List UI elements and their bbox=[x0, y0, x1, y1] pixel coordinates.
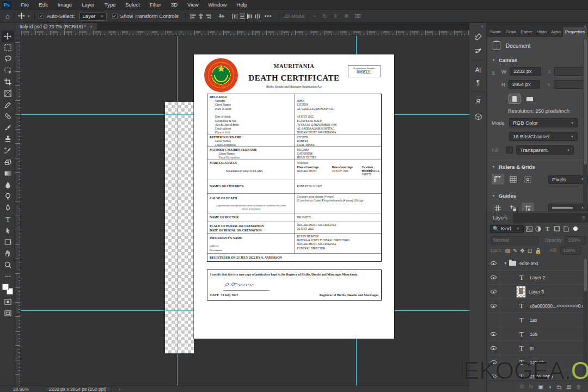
properties-scrollbar[interactable] bbox=[583, 38, 587, 210]
auto-select-checkbox[interactable]: ✓ bbox=[39, 14, 44, 19]
lasso-tool[interactable] bbox=[2, 53, 14, 65]
group-caret-icon[interactable]: ▼ bbox=[504, 261, 507, 265]
guides-snap-icon[interactable] bbox=[522, 203, 534, 211]
layer-row[interactable]: TLayer 2 bbox=[487, 271, 588, 285]
rulers-grids-header[interactable]: ▼Rulers & Grids bbox=[487, 160, 588, 173]
new-layer-icon[interactable]: ⊞ bbox=[567, 384, 571, 390]
object-selection-tool[interactable] bbox=[2, 65, 14, 76]
more-options-icon[interactable]: ••• bbox=[265, 13, 272, 19]
path-selection-tool[interactable] bbox=[2, 225, 14, 236]
filter-shape-icon[interactable] bbox=[553, 225, 561, 233]
eyedropper-tool[interactable] bbox=[2, 99, 14, 111]
new-adjustment-icon[interactable]: ◑ bbox=[548, 384, 552, 390]
lock-artboard-icon[interactable]: ⊡ bbox=[528, 248, 532, 254]
lock-guides-icon[interactable] bbox=[506, 203, 519, 211]
new-group-icon[interactable]: 🗀 bbox=[556, 384, 562, 390]
brush-settings-icon[interactable] bbox=[471, 30, 485, 44]
align-right-icon[interactable] bbox=[205, 13, 212, 20]
tool-presets-icon[interactable] bbox=[471, 45, 485, 58]
pixel-grid-icon[interactable] bbox=[522, 174, 534, 185]
guide-horizontal-2-left[interactable] bbox=[21, 310, 194, 311]
horizontal-ruler[interactable]: 2200200018001600140012001000800600400200… bbox=[21, 30, 469, 36]
menu-image[interactable]: Image bbox=[53, 0, 77, 10]
align-left-icon[interactable] bbox=[189, 13, 197, 20]
vertical-ruler[interactable]: 1000800600400200020040060080010001200140… bbox=[15, 36, 21, 385]
layer-name[interactable]: 169 bbox=[530, 332, 537, 337]
layers-menu-icon[interactable]: ≡ bbox=[582, 215, 585, 221]
screen-mode-icon[interactable] bbox=[2, 308, 14, 319]
menu-edit[interactable]: Edit bbox=[34, 0, 52, 10]
lock-paint-icon[interactable]: ✎ bbox=[513, 248, 517, 254]
canvas-section-header[interactable]: ▼Canvas bbox=[487, 53, 588, 66]
add-mask-icon[interactable]: ▣ bbox=[538, 384, 543, 390]
libraries-panel-icon[interactable] bbox=[471, 110, 485, 123]
gradient-tool[interactable] bbox=[2, 168, 14, 179]
layer-name[interactable]: Layer 2 bbox=[530, 275, 545, 280]
visibility-toggle[interactable] bbox=[487, 341, 500, 356]
visibility-toggle[interactable] bbox=[487, 285, 500, 299]
dock-expand-icon[interactable]: » bbox=[481, 24, 483, 29]
guide-horizontal-1-right[interactable] bbox=[394, 114, 469, 115]
clone-stamp-tool[interactable] bbox=[2, 133, 14, 145]
tab-properties[interactable]: Properties bbox=[563, 27, 587, 37]
document-tab[interactable]: Italy id.psd @ 20.7% (RGB/16) * × bbox=[15, 23, 97, 30]
edit-toolbar[interactable] bbox=[2, 271, 14, 282]
move-tool[interactable] bbox=[2, 30, 14, 42]
type-tool[interactable]: T bbox=[2, 213, 14, 225]
units-dropdown[interactable]: Pixels▼ bbox=[548, 175, 588, 184]
menu-file[interactable]: File bbox=[16, 0, 34, 10]
layer-row[interactable]: ▼edite text bbox=[487, 256, 588, 271]
filter-smartobject-icon[interactable] bbox=[562, 225, 570, 233]
status-chevron-icon[interactable]: › bbox=[119, 387, 120, 392]
mode-dropdown[interactable]: RGB Color▼ bbox=[509, 118, 578, 127]
guides-header[interactable]: ▼Guides bbox=[487, 189, 588, 201]
filter-adjustment-icon[interactable] bbox=[534, 225, 542, 233]
pen-tool[interactable] bbox=[2, 202, 14, 213]
marquee-tool[interactable] bbox=[2, 42, 14, 53]
guide-horizontal-1-left[interactable] bbox=[21, 114, 194, 115]
blur-tool[interactable] bbox=[2, 179, 14, 191]
guide-vertical-2-bottom[interactable] bbox=[356, 339, 357, 385]
distribute-left-icon[interactable] bbox=[246, 13, 254, 20]
auto-select-target-dropdown[interactable]: Layer▼ bbox=[79, 12, 107, 21]
tab-history[interactable]: Histo bbox=[535, 27, 549, 37]
layer-name[interactable]: c8a000000...<<<<<<<<0 d bbox=[530, 303, 585, 309]
layer-row[interactable]: Layer 3 bbox=[487, 285, 588, 299]
layer-name[interactable]: m bbox=[530, 346, 534, 351]
menu-help[interactable]: Help bbox=[231, 0, 252, 10]
crop-tool[interactable] bbox=[2, 76, 14, 88]
layer-row[interactable]: T169 bbox=[487, 327, 588, 341]
menu-select[interactable]: Select bbox=[120, 0, 144, 10]
brush-tool[interactable] bbox=[2, 122, 14, 133]
width-field[interactable]: 2232 px bbox=[510, 67, 541, 76]
link-dimensions-icon[interactable]: ⧖ bbox=[492, 70, 498, 84]
frame-tool[interactable] bbox=[2, 88, 14, 99]
visibility-toggle[interactable] bbox=[487, 256, 500, 271]
layer-name[interactable]: edite text bbox=[519, 261, 538, 266]
menu-view[interactable]: View bbox=[182, 0, 203, 10]
character-panel-icon[interactable]: A| bbox=[471, 63, 485, 76]
layer-name[interactable]: Layer 3 bbox=[529, 289, 544, 295]
shape-tool[interactable] bbox=[2, 236, 14, 248]
height-field[interactable]: 2854 px bbox=[509, 80, 540, 89]
zoom-tool[interactable] bbox=[2, 259, 14, 271]
photoshop-logo[interactable]: Ps bbox=[2, 1, 11, 9]
distribute-h-icon[interactable] bbox=[231, 13, 238, 20]
color-swatches[interactable] bbox=[2, 284, 13, 295]
tab-close-icon[interactable]: × bbox=[90, 24, 93, 29]
lock-move-icon[interactable]: ✥ bbox=[520, 248, 524, 254]
fill-swatch[interactable] bbox=[506, 146, 513, 154]
align-top-icon[interactable] bbox=[218, 13, 225, 20]
distribute-v-icon[interactable] bbox=[238, 13, 246, 20]
visibility-toggle[interactable] bbox=[487, 313, 500, 327]
filter-toggle[interactable] bbox=[573, 226, 578, 231]
history-brush-tool[interactable] bbox=[2, 145, 14, 156]
layer-name[interactable]: 1ax bbox=[530, 317, 537, 323]
guide-vertical-1[interactable] bbox=[177, 36, 177, 385]
filter-image-icon[interactable] bbox=[525, 225, 533, 233]
tab-patterns[interactable]: Patter bbox=[518, 27, 534, 37]
layer-row[interactable]: Tm bbox=[487, 341, 588, 356]
menu-filter[interactable]: Filter bbox=[145, 0, 166, 10]
guide-vertical-2-top[interactable] bbox=[356, 36, 357, 54]
ruler-toggle-icon[interactable] bbox=[492, 174, 504, 185]
